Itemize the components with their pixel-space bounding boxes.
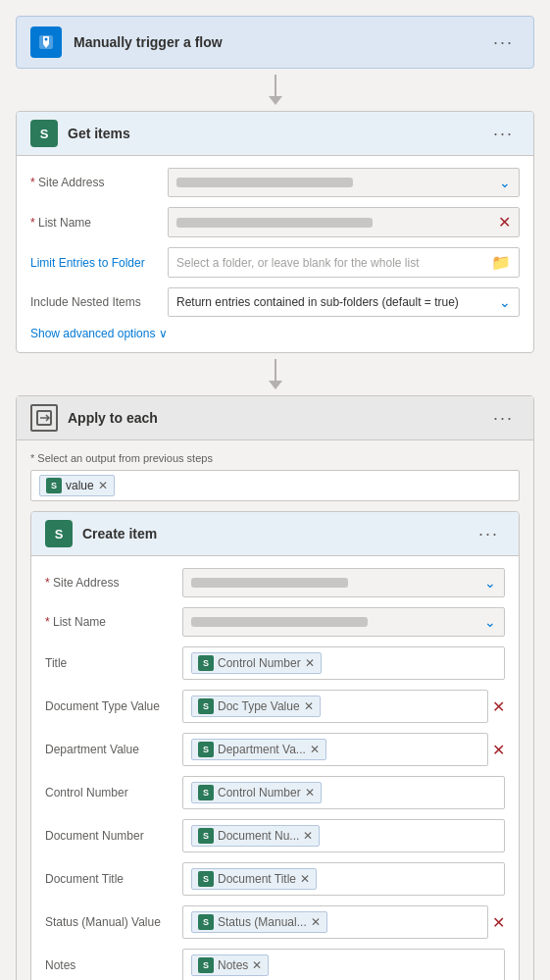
create-field-input-6[interactable]: SStatus (Manual...✕ [182,905,488,939]
field-token-2: SDepartment Va...✕ [191,739,326,760]
create-field-input-4[interactable]: SDocument Nu...✕ [182,819,505,852]
field-token-remove-3[interactable]: ✕ [305,786,315,799]
field-token-label-5: Document Title [218,872,296,886]
field-token-remove-4[interactable]: ✕ [303,829,313,843]
field-token-icon-4: S [198,828,214,844]
trigger-icon [30,26,62,58]
value-tag-row[interactable]: S value ✕ [30,470,520,501]
field-token-remove-2[interactable]: ✕ [310,743,320,756]
field-token-remove-6[interactable]: ✕ [311,915,321,929]
field-token-remove-7[interactable]: ✕ [252,958,262,972]
field-token-icon-6: S [198,914,214,930]
create-field-input-5[interactable]: SDocument Title✕ [182,862,505,896]
create-item-menu-button[interactable]: ··· [473,522,505,546]
limit-folder-input[interactable]: Select a folder, or leave blank for the … [168,247,520,278]
list-name-label: List Name [30,216,168,230]
field-token-6: SStatus (Manual...✕ [191,911,327,933]
limit-folder-row: Limit Entries to Folder Select a folder,… [30,247,520,278]
value-tag-remove[interactable]: ✕ [98,479,108,492]
create-field-label-6: Status (Manual) Value [45,915,182,929]
get-items-show-advanced[interactable]: Show advanced options ∨ [30,327,520,340]
create-field-input-0[interactable]: SControl Number✕ [182,646,505,680]
field-clear-6[interactable]: ✕ [492,913,505,932]
create-field-row-6: Status (Manual) ValueSStatus (Manual...✕… [45,905,505,939]
nested-items-input[interactable]: Return entries contained in sub-folders … [168,287,520,317]
field-token-icon-2: S [198,742,214,757]
create-field-label-3: Control Number [45,786,182,799]
create-item-title: Create item [82,526,473,542]
create-field-label-1: Document Type Value [45,699,182,713]
field-token-remove-0[interactable]: ✕ [305,656,315,670]
apply-to-each-header: Apply to each ··· [17,396,533,440]
trigger-title: Manually trigger a flow [74,34,487,50]
create-site-address-label: Site Address [45,576,182,590]
field-token-icon-1: S [198,698,214,714]
field-token-label-6: Status (Manual... [218,915,307,929]
create-item-header: S Create item ··· [31,512,519,556]
nested-items-row: Include Nested Items Return entries cont… [30,287,520,317]
arrow-connector-2 [269,359,282,389]
create-field-input-1[interactable]: SDoc Type Value✕ [182,690,488,723]
create-field-label-5: Document Title [45,872,182,886]
field-clear-1[interactable]: ✕ [492,697,505,716]
create-field-row-2: Department ValueSDepartment Va...✕✕ [45,733,505,766]
create-field-row-4: Document NumberSDocument Nu...✕ [45,819,505,852]
create-list-dropdown-icon: ⌄ [484,614,496,630]
create-list-name-input[interactable]: ⌄ [182,607,505,637]
field-token-4: SDocument Nu...✕ [191,825,320,847]
create-site-dropdown-icon: ⌄ [484,575,496,591]
create-list-name-label: List Name [45,615,182,629]
select-output-label: * Select an output from previous steps [30,452,520,464]
create-field-row-7: NotesSNotes✕ [45,949,505,980]
field-token-icon-5: S [198,871,214,887]
get-items-icon: S [30,120,58,147]
field-token-label-4: Document Nu... [218,829,299,843]
create-item-icon: S [45,520,73,547]
svg-point-1 [45,38,48,41]
nested-items-dropdown-icon: ⌄ [499,294,511,310]
nested-items-label: Include Nested Items [30,295,168,309]
limit-folder-placeholder: Select a folder, or leave blank for the … [176,256,419,270]
field-token-7: SNotes✕ [191,954,269,976]
create-site-address-input[interactable]: ⌄ [182,568,505,597]
create-field-row-1: Document Type ValueSDoc Type Value✕✕ [45,690,505,723]
create-field-input-7[interactable]: SNotes✕ [182,949,505,980]
create-item-fields: TitleSControl Number✕Document Type Value… [45,646,505,980]
field-clear-2[interactable]: ✕ [492,741,505,759]
arrow-connector-1 [269,75,282,105]
apply-to-each-icon [30,404,58,432]
field-token-label-1: Doc Type Value [218,699,300,713]
field-token-5: SDocument Title✕ [191,868,317,890]
site-address-dropdown-icon: ⌄ [499,175,511,190]
apply-to-each-menu-button[interactable]: ··· [487,406,520,431]
create-list-name-row: List Name ⌄ [45,607,505,637]
show-advanced-label: Show advanced options [30,327,155,340]
field-token-0: SControl Number✕ [191,652,322,674]
apply-to-each-block: Apply to each ··· * Select an output fro… [16,395,534,980]
list-name-input[interactable]: ✕ [168,207,520,237]
field-token-label-0: Control Number [218,656,301,670]
trigger-menu-button[interactable]: ··· [487,30,520,55]
create-field-input-3[interactable]: SControl Number✕ [182,776,505,809]
field-token-icon-7: S [198,957,214,973]
create-field-row-0: TitleSControl Number✕ [45,646,505,680]
apply-to-each-body: * Select an output from previous steps S… [17,440,533,980]
get-items-body: Site Address ⌄ List Name ✕ Limit Entri [17,156,533,352]
create-field-label-0: Title [45,656,182,670]
create-item-card: S Create item ··· Site Address ⌄ [30,511,520,980]
create-field-label-7: Notes [45,958,182,972]
field-token-remove-5[interactable]: ✕ [300,872,310,886]
create-field-input-2[interactable]: SDepartment Va...✕ [182,733,488,766]
get-items-header: S Get items ··· [17,112,533,156]
nested-items-value: Return entries contained in sub-folders … [176,295,459,309]
site-address-input[interactable]: ⌄ [168,168,520,197]
field-token-remove-1[interactable]: ✕ [304,699,314,713]
create-field-label-4: Document Number [45,829,182,843]
list-name-clear-icon[interactable]: ✕ [498,213,511,232]
create-site-address-row: Site Address ⌄ [45,568,505,597]
get-items-title: Get items [68,126,487,141]
get-items-menu-button[interactable]: ··· [487,122,520,146]
create-field-label-2: Department Value [45,743,182,756]
limit-folder-label[interactable]: Limit Entries to Folder [30,256,168,270]
field-token-3: SControl Number✕ [191,782,322,803]
